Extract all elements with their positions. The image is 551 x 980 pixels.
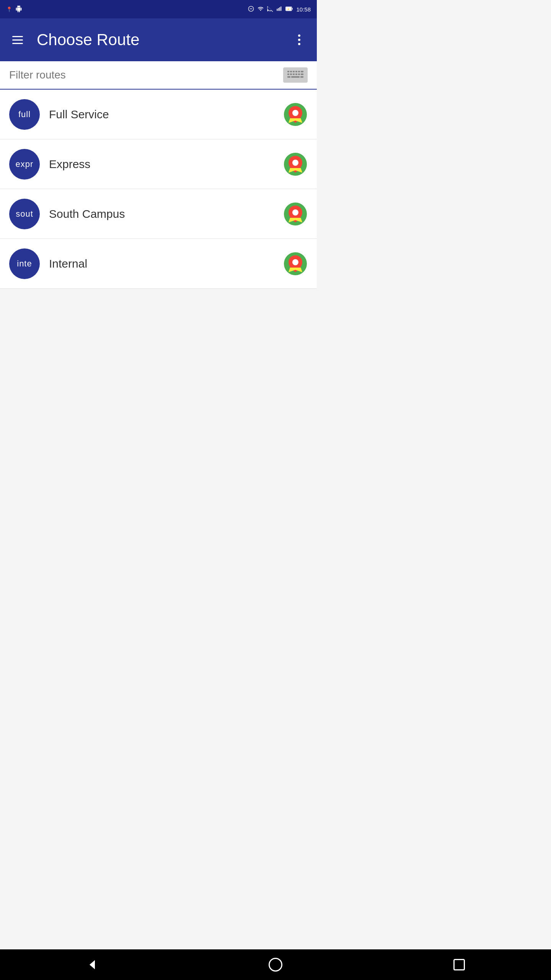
svg-point-31: [292, 209, 298, 216]
svg-rect-18: [290, 74, 292, 75]
svg-rect-20: [295, 74, 297, 75]
svg-rect-25: [300, 76, 303, 78]
svg-rect-21: [298, 74, 300, 75]
time-display: 10:58: [296, 6, 311, 13]
toolbar: Choose Route: [0, 18, 317, 61]
svg-rect-24: [291, 76, 300, 78]
map-icon-express[interactable]: [283, 152, 308, 176]
hamburger-icon: [12, 36, 23, 44]
route-item-south-campus[interactable]: sout South Campus: [0, 189, 317, 239]
svg-rect-11: [287, 71, 289, 72]
svg-rect-14: [295, 71, 297, 72]
route-item-internal[interactable]: inte Internal: [0, 239, 317, 289]
svg-point-27: [292, 110, 298, 116]
battery-icon: ⚡: [285, 6, 293, 13]
map-icon-internal[interactable]: [283, 252, 308, 276]
route-name-south-campus: South Campus: [49, 207, 283, 220]
keyboard-svg: [286, 70, 305, 80]
status-bar-right: ⚡ 10:58: [248, 6, 311, 13]
svg-rect-7: [292, 8, 293, 9]
map-icon-full[interactable]: [283, 102, 308, 127]
empty-content-area: [0, 289, 317, 518]
route-item-express[interactable]: expr Express: [0, 139, 317, 189]
svg-rect-15: [298, 71, 300, 72]
svg-rect-3: [278, 8, 279, 11]
route-badge-inte: inte: [9, 248, 40, 279]
route-badge-text-full: full: [18, 109, 31, 119]
signal-icon: [267, 6, 273, 13]
route-badge-text-sout: sout: [16, 209, 33, 219]
dnd-icon: [248, 6, 254, 13]
page-title: Choose Route: [37, 31, 288, 49]
svg-rect-5: [281, 7, 282, 11]
svg-rect-23: [287, 76, 290, 78]
svg-rect-1: [250, 8, 253, 9]
location-icon: 📍: [6, 7, 12, 12]
svg-rect-12: [290, 71, 292, 72]
route-name-express: Express: [49, 158, 283, 171]
svg-rect-19: [293, 74, 295, 75]
svg-point-33: [292, 259, 298, 265]
route-item-full-service[interactable]: full Full Service: [0, 90, 317, 139]
svg-text:⚡: ⚡: [287, 7, 290, 10]
route-badge-text-inte: inte: [17, 259, 32, 269]
svg-rect-17: [287, 74, 289, 75]
svg-rect-13: [293, 71, 295, 72]
keyboard-icon[interactable]: [283, 67, 308, 83]
svg-rect-4: [279, 7, 280, 11]
status-bar-left: 📍: [6, 5, 22, 13]
route-badge-text-expr: expr: [16, 159, 34, 169]
svg-rect-16: [301, 71, 303, 72]
svg-point-29: [292, 160, 298, 166]
android-icon: [15, 5, 22, 13]
route-name-full-service: Full Service: [49, 108, 283, 121]
menu-button[interactable]: [6, 28, 29, 51]
svg-rect-22: [301, 74, 303, 75]
route-name-internal: Internal: [49, 257, 283, 270]
signal-bars-icon: [276, 6, 282, 13]
more-dots-icon: [298, 34, 300, 45]
map-icon-south-campus[interactable]: [283, 202, 308, 226]
route-list: full Full Service expr Express: [0, 90, 317, 289]
search-bar: [0, 61, 317, 90]
svg-rect-2: [277, 9, 278, 11]
wifi-icon: [257, 6, 264, 13]
route-badge-sout: sout: [9, 199, 40, 229]
status-bar: 📍 ⚡: [0, 0, 317, 18]
route-badge-full: full: [9, 99, 40, 130]
route-badge-expr: expr: [9, 149, 40, 180]
more-options-button[interactable]: [288, 28, 311, 51]
filter-input[interactable]: [9, 69, 283, 81]
